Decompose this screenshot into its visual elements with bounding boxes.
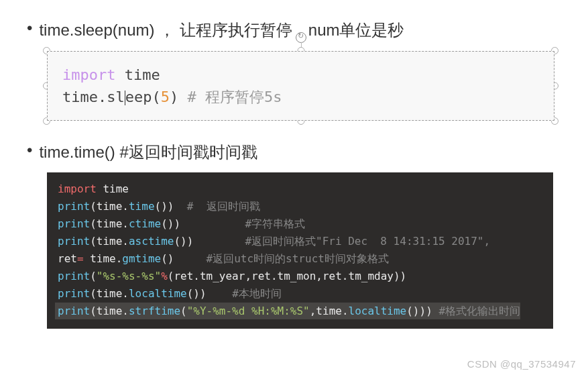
d-text: time. [97,305,129,317]
code-block-light-wrapper[interactable]: import time time.sleep(5) # 程序暂停5s [47,51,554,121]
d-cmt: #本地时间 [207,287,282,300]
d-text: time [97,182,129,195]
d-fn: strftime [129,305,180,317]
d-fn: asctime [129,235,174,248]
code-number: 5 [161,89,170,105]
d-paren: ( [90,287,97,300]
highlighted-line: print(time.strftime("%Y-%m-%d %H:%M:%S",… [55,303,520,320]
d-fn: print [58,235,90,248]
d-text: time. [316,305,348,317]
d-paren: ()) [155,200,174,213]
d-paren: ( [180,305,187,317]
code-block-light[interactable]: import time time.sleep(5) # 程序暂停5s [47,51,554,121]
d-paren: ( [90,200,97,213]
d-paren: ( [90,270,97,282]
code-kw: import [62,66,115,83]
d-text: time. [84,252,123,265]
d-text: time. [97,217,129,230]
d-fn: print [58,305,90,317]
d-str: "%Y-%m-%d %H:%M:%S" [187,305,310,317]
code-block-dark: import time print(time.time()) # 返回时间戳 p… [47,172,553,329]
bullet-text-2: time.time() #返回时间戳时间戳 [39,141,257,164]
d-paren: ())) [406,305,432,317]
d-fn: time [129,200,155,213]
code-text: ) [170,89,178,105]
d-paren: ()) [161,217,180,230]
d-text: , [310,305,316,317]
bullet-dot-icon: • [27,19,32,38]
d-paren: ( [90,217,97,230]
d-paren: ()) [187,287,207,300]
d-cmt: # 返回时间戳 [174,200,259,213]
watermark: CSDN @qq_37534947 [467,358,576,370]
d-cmt: #返回utc时间的struct时间对象格式 [174,252,389,265]
d-op: = [77,252,84,265]
d-text: (ret.tm_year,ret.tm_mon,ret.tm_mday)) [168,270,406,282]
d-cmt: #返回时间格式"Fri Dec 8 14:31:15 2017", [193,235,490,248]
d-fn: print [58,270,90,282]
bullet-text-1: time.sleep(num) ， 让程序执行暂停，num单位是秒 [39,19,404,42]
d-var: ret [58,252,77,265]
d-fn: print [58,287,90,300]
d-fn: print [58,200,90,213]
d-fn: gmtime [122,252,161,265]
code-text: time.sl [62,89,125,105]
d-fn: localtime [129,287,187,300]
code-comment: # 程序暂停5s [178,89,282,105]
d-fn: ctime [129,217,161,230]
rotate-handle-icon[interactable] [296,32,306,43]
d-text: time. [97,200,129,213]
bullet-dot-icon: • [27,141,32,160]
d-cmt: #格式化输出时间 [432,305,520,317]
d-op: % [161,270,168,282]
d-cmt: #字符串格式 [180,217,305,230]
d-text: time. [97,287,129,300]
d-paren: ()) [174,235,193,248]
d-fn: localtime [349,305,407,317]
d-paren: ( [90,235,97,248]
d-text: time. [97,235,129,248]
d-str: "%s-%s-%s" [97,270,161,282]
d-kw: import [58,182,97,195]
code-text: time [115,66,160,83]
d-fn: print [58,217,90,230]
d-paren: () [161,252,174,265]
bullet-item-2: • time.time() #返回时间戳时间戳 [27,141,568,164]
d-paren: ( [90,305,97,317]
code-text: eep( [125,89,161,105]
